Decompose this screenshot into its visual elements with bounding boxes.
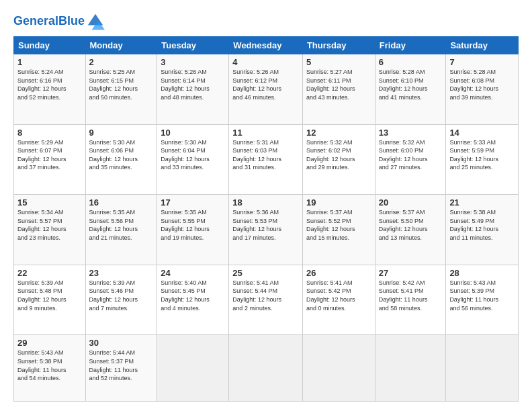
day-number: 22: [17, 268, 82, 278]
day-info: Sunrise: 5:40 AMSunset: 5:45 PMDaylight:…: [161, 279, 225, 312]
day-info: Sunrise: 5:30 AMSunset: 6:04 PMDaylight:…: [161, 138, 225, 172]
calendar-week-3: 15Sunrise: 5:34 AMSunset: 5:57 PMDayligh…: [14, 195, 519, 265]
calendar-week-4: 22Sunrise: 5:39 AMSunset: 5:48 PMDayligh…: [14, 265, 519, 335]
col-thursday: Thursday: [302, 37, 375, 54]
table-row: 4Sunrise: 5:26 AMSunset: 6:12 PMDaylight…: [229, 54, 303, 125]
day-info: Sunrise: 5:39 AMSunset: 5:46 PMDaylight:…: [89, 279, 154, 312]
logo-blue: Blue: [58, 14, 85, 28]
day-number: 8: [17, 128, 82, 138]
day-info: Sunrise: 5:41 AMSunset: 5:42 PMDaylight:…: [306, 279, 371, 312]
table-row: 21Sunrise: 5:38 AMSunset: 5:49 PMDayligh…: [446, 195, 519, 265]
day-number: 5: [306, 57, 371, 67]
table-row: 26Sunrise: 5:41 AMSunset: 5:42 PMDayligh…: [302, 265, 375, 335]
day-number: 27: [379, 268, 443, 278]
day-info: Sunrise: 5:32 AMSunset: 6:00 PMDaylight:…: [379, 138, 443, 172]
col-monday: Monday: [85, 37, 157, 54]
day-number: 30: [89, 338, 154, 348]
table-row: 9Sunrise: 5:30 AMSunset: 6:06 PMDaylight…: [85, 124, 157, 195]
table-row: 19Sunrise: 5:37 AMSunset: 5:52 PMDayligh…: [302, 195, 375, 265]
day-number: 15: [17, 197, 82, 208]
day-info: Sunrise: 5:26 AMSunset: 6:12 PMDaylight:…: [232, 68, 299, 101]
day-number: 17: [161, 197, 225, 208]
table-row: 2Sunrise: 5:25 AMSunset: 6:15 PMDaylight…: [85, 54, 157, 125]
table-row: 10Sunrise: 5:30 AMSunset: 6:04 PMDayligh…: [157, 124, 229, 195]
calendar-week-5: 29Sunrise: 5:43 AMSunset: 5:38 PMDayligh…: [14, 335, 519, 402]
calendar: Sunday Monday Tuesday Wednesday Thursday…: [13, 36, 519, 402]
day-info: Sunrise: 5:25 AMSunset: 6:15 PMDaylight:…: [89, 68, 154, 101]
table-row: [302, 335, 375, 402]
table-row: 25Sunrise: 5:41 AMSunset: 5:44 PMDayligh…: [229, 265, 303, 335]
svg-marker-0: [88, 14, 103, 26]
day-info: Sunrise: 5:27 AMSunset: 6:11 PMDaylight:…: [306, 68, 371, 101]
day-info: Sunrise: 5:36 AMSunset: 5:53 PMDaylight:…: [232, 208, 299, 242]
logo-icon: [86, 12, 105, 31]
day-info: Sunrise: 5:41 AMSunset: 5:44 PMDaylight:…: [232, 279, 299, 312]
day-number: 23: [89, 268, 154, 278]
day-number: 4: [232, 57, 299, 67]
day-info: Sunrise: 5:43 AMSunset: 5:38 PMDaylight:…: [17, 349, 82, 382]
day-number: 2: [89, 57, 154, 67]
day-number: 19: [306, 197, 371, 208]
table-row: [157, 335, 229, 402]
calendar-header-row: Sunday Monday Tuesday Wednesday Thursday…: [14, 37, 519, 54]
header: GeneralBlue: [13, 12, 519, 31]
day-info: Sunrise: 5:29 AMSunset: 6:07 PMDaylight:…: [17, 138, 82, 172]
day-number: 24: [161, 268, 225, 278]
logo: GeneralBlue: [13, 12, 105, 31]
table-row: [229, 335, 303, 402]
table-row: 5Sunrise: 5:27 AMSunset: 6:11 PMDaylight…: [302, 54, 375, 125]
table-row: [446, 335, 519, 402]
day-info: Sunrise: 5:38 AMSunset: 5:49 PMDaylight:…: [449, 208, 515, 242]
table-row: 3Sunrise: 5:26 AMSunset: 6:14 PMDaylight…: [157, 54, 229, 125]
day-number: 29: [17, 338, 82, 348]
col-sunday: Sunday: [14, 37, 86, 54]
day-info: Sunrise: 5:43 AMSunset: 5:39 PMDaylight:…: [449, 279, 515, 312]
day-info: Sunrise: 5:39 AMSunset: 5:48 PMDaylight:…: [17, 279, 82, 312]
day-info: Sunrise: 5:31 AMSunset: 6:03 PMDaylight:…: [232, 138, 299, 172]
logo-text: GeneralBlue: [13, 15, 85, 28]
day-number: 12: [306, 128, 371, 138]
calendar-week-2: 8Sunrise: 5:29 AMSunset: 6:07 PMDaylight…: [14, 124, 519, 195]
table-row: [375, 335, 446, 402]
day-number: 6: [379, 57, 443, 67]
day-number: 10: [161, 128, 225, 138]
col-tuesday: Tuesday: [157, 37, 229, 54]
table-row: 27Sunrise: 5:42 AMSunset: 5:41 PMDayligh…: [375, 265, 446, 335]
col-friday: Friday: [375, 37, 446, 54]
day-number: 9: [89, 128, 154, 138]
day-number: 28: [449, 268, 515, 278]
table-row: 22Sunrise: 5:39 AMSunset: 5:48 PMDayligh…: [14, 265, 86, 335]
calendar-week-1: 1Sunrise: 5:24 AMSunset: 6:16 PMDaylight…: [14, 54, 519, 125]
day-number: 1: [17, 57, 82, 67]
day-info: Sunrise: 5:30 AMSunset: 6:06 PMDaylight:…: [89, 138, 154, 172]
calendar-table: Sunday Monday Tuesday Wednesday Thursday…: [13, 36, 519, 402]
day-number: 25: [232, 268, 299, 278]
table-row: 15Sunrise: 5:34 AMSunset: 5:57 PMDayligh…: [14, 195, 86, 265]
day-number: 14: [449, 128, 515, 138]
table-row: 1Sunrise: 5:24 AMSunset: 6:16 PMDaylight…: [14, 54, 86, 125]
table-row: 8Sunrise: 5:29 AMSunset: 6:07 PMDaylight…: [14, 124, 86, 195]
table-row: 17Sunrise: 5:35 AMSunset: 5:55 PMDayligh…: [157, 195, 229, 265]
table-row: 11Sunrise: 5:31 AMSunset: 6:03 PMDayligh…: [229, 124, 303, 195]
day-number: 3: [161, 57, 225, 67]
day-info: Sunrise: 5:37 AMSunset: 5:52 PMDaylight:…: [306, 208, 371, 242]
day-info: Sunrise: 5:28 AMSunset: 6:10 PMDaylight:…: [379, 68, 443, 101]
page: GeneralBlue Sunday Monday Tuesday: [0, 0, 532, 411]
table-row: 6Sunrise: 5:28 AMSunset: 6:10 PMDaylight…: [375, 54, 446, 125]
day-info: Sunrise: 5:37 AMSunset: 5:50 PMDaylight:…: [379, 208, 443, 242]
day-info: Sunrise: 5:24 AMSunset: 6:16 PMDaylight:…: [17, 68, 82, 101]
day-number: 18: [232, 197, 299, 208]
table-row: 16Sunrise: 5:35 AMSunset: 5:56 PMDayligh…: [85, 195, 157, 265]
table-row: 7Sunrise: 5:28 AMSunset: 6:08 PMDaylight…: [446, 54, 519, 125]
day-number: 16: [89, 197, 154, 208]
day-number: 26: [306, 268, 371, 278]
table-row: 14Sunrise: 5:33 AMSunset: 5:59 PMDayligh…: [446, 124, 519, 195]
day-number: 21: [449, 197, 515, 208]
day-info: Sunrise: 5:32 AMSunset: 6:02 PMDaylight:…: [306, 138, 371, 172]
table-row: 29Sunrise: 5:43 AMSunset: 5:38 PMDayligh…: [14, 335, 86, 402]
day-info: Sunrise: 5:42 AMSunset: 5:41 PMDaylight:…: [379, 279, 443, 312]
day-number: 13: [379, 128, 443, 138]
day-info: Sunrise: 5:28 AMSunset: 6:08 PMDaylight:…: [449, 68, 515, 101]
day-info: Sunrise: 5:35 AMSunset: 5:56 PMDaylight:…: [89, 208, 154, 242]
table-row: 23Sunrise: 5:39 AMSunset: 5:46 PMDayligh…: [85, 265, 157, 335]
